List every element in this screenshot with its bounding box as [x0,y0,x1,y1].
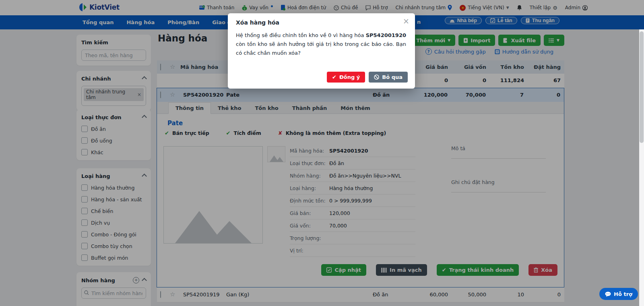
dialog-title: Xóa hàng hóa [236,19,279,26]
message-part: Hệ thống sẽ điều chỉnh tồn kho về 0 vì h… [236,32,364,38]
dialog-message: Hệ thống sẽ điều chỉnh tồn kho về 0 vì h… [236,31,406,58]
skip-label: Bỏ qua [382,74,402,80]
check-icon: ✔ [332,74,336,80]
message-product-code: SP542001920 [366,32,406,38]
dialog-actions: ✔ Đồng ý Bỏ qua [327,72,408,83]
close-icon[interactable]: × [403,17,409,25]
scrollbar-thumb[interactable] [640,31,644,143]
support-chat-button[interactable]: Hỗ trợ [599,288,638,300]
chat-bubble-icon [605,292,611,297]
confirm-button[interactable]: ✔ Đồng ý [327,72,365,83]
confirm-label: Đồng ý [339,74,360,80]
ban-icon [374,74,379,80]
vertical-scrollbar[interactable] [639,29,644,306]
skip-button[interactable]: Bỏ qua [369,72,408,83]
support-chat-label: Hỗ trợ [614,291,632,297]
message-part: còn tồn kho sẽ ảnh hưởng tới giá trị kho… [236,41,406,56]
delete-confirm-dialog: Xóa hàng hóa × Hệ thống sẽ điều chỉnh tồ… [228,13,415,89]
